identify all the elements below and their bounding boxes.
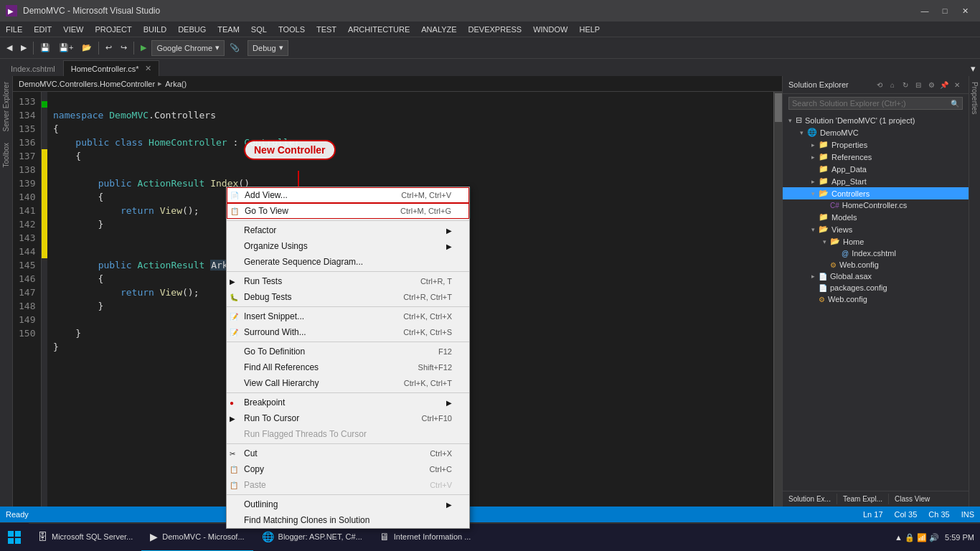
menu-edit[interactable]: EDIT (28, 22, 57, 37)
tree-index-cshtml[interactable]: @ Index.cshtml (783, 248, 969, 259)
folder-icon: 📁 (819, 164, 829, 174)
tab-index-cshtml[interactable]: Index.cshtml (3, 60, 63, 76)
toolbar-back-btn[interactable]: ◀ (3, 40, 16, 56)
ctx-run-to-cursor[interactable]: ▶ Run To Cursor Ctrl+F10 (227, 410, 469, 426)
ctx-generate-label: Generate Sequence Diagram... (244, 257, 363, 267)
toolbar-browser-dropdown[interactable]: Google Chrome ▾ (151, 40, 225, 56)
menu-devexpress[interactable]: DEVEXPRESS (463, 22, 528, 37)
toolbar: ◀ ▶ 💾 💾+ 📂 ↩ ↪ ▶ Google Chrome ▾ 📎 Debug… (0, 37, 980, 59)
toolbar-saveall-btn[interactable]: 💾+ (55, 40, 77, 56)
menu-analyze[interactable]: ANALYZE (415, 22, 462, 37)
tree-homecontroller[interactable]: C# HomeController.cs (783, 199, 969, 211)
menu-tools[interactable]: TOOLS (273, 22, 311, 37)
vertical-scrollbar[interactable] (773, 92, 782, 507)
ctx-copy[interactable]: 📋 Copy Ctrl+C (227, 461, 469, 477)
tree-references[interactable]: ▸ 📁 References (783, 151, 969, 163)
toolbar-attach-btn[interactable]: 📎 (226, 40, 243, 56)
tab-close-icon[interactable]: ✕ (145, 64, 151, 73)
tree-home[interactable]: ▾ 📂 Home (783, 235, 969, 248)
tab-dropdown-btn[interactable]: ▾ (966, 60, 980, 76)
tree-views-webconfig[interactable]: ⚙ Web.config (783, 259, 969, 270)
dropdown-arrow-icon: ▾ (215, 43, 220, 52)
menu-view[interactable]: VIEW (57, 22, 89, 37)
tree-views[interactable]: ▾ 📂 Views (783, 223, 969, 235)
menu-sql[interactable]: SQL (245, 22, 273, 37)
ctx-refactor[interactable]: Refactor ▶ (227, 222, 469, 238)
ctx-go-to-view[interactable]: 📋 Go To View Ctrl+M, Ctrl+G (227, 203, 469, 219)
menu-project[interactable]: PROJECT (89, 22, 137, 37)
ctx-breakpoint[interactable]: ● Breakpoint ▶ (227, 395, 469, 410)
ctx-generate-sequence[interactable]: Generate Sequence Diagram... (227, 254, 469, 270)
minimize-button[interactable]: — (915, 4, 934, 17)
ctx-add-view[interactable]: 📄 Add View... Ctrl+M, Ctrl+V (227, 187, 469, 203)
se-search-input[interactable] (792, 99, 951, 108)
ctx-sep-6 (227, 443, 469, 444)
toolbar-start-btn[interactable]: ▶ (137, 40, 150, 56)
ctx-cut[interactable]: ✂ Cut Ctrl+X (227, 446, 469, 461)
ctx-insert-snippet[interactable]: 📝 Insert Snippet... Ctrl+K, Ctrl+X (227, 309, 469, 324)
sql-server-icon: 🗄 (37, 531, 47, 542)
team-explorer-bottom-tab[interactable]: Team Expl... (837, 494, 889, 504)
toolbar-undo-btn[interactable]: ↩ (102, 40, 116, 56)
se-sync-btn[interactable]: ⟲ (874, 79, 885, 90)
menu-file[interactable]: FILE (0, 22, 28, 37)
ctx-breakpoint-label: Breakpoint (244, 397, 285, 408)
ctx-surround-with[interactable]: 📝 Surround With... Ctrl+K, Ctrl+S (227, 324, 469, 340)
ctx-find-all-references[interactable]: Find All References Shift+F12 (227, 359, 469, 375)
se-refresh-btn[interactable]: ↻ (900, 79, 911, 90)
toolbox-tab[interactable]: Toolbox (2, 140, 10, 170)
tree-models[interactable]: 📁 Models (783, 211, 969, 223)
tree-appstart[interactable]: ▸ 📁 App_Start (783, 175, 969, 187)
se-properties-btn[interactable]: ⚙ (925, 79, 937, 90)
menu-debug[interactable]: DEBUG (172, 22, 212, 37)
tree-globalasax[interactable]: ▸ 📄 Global.asax (783, 270, 969, 282)
server-explorer-tab[interactable]: Server Explorer (2, 79, 10, 134)
toolbar-config-dropdown[interactable]: Debug ▾ (248, 40, 288, 56)
file-icon: 📄 (819, 273, 827, 281)
ctx-debug-tests-label: Debug Tests (244, 292, 292, 302)
ctx-go-to-definition[interactable]: Go To Definition F12 (227, 344, 469, 359)
se-close-btn[interactable]: ✕ (951, 79, 963, 90)
tab-homecontroller[interactable]: HomeController.cs* ✕ (63, 60, 159, 76)
taskbar-start-button[interactable] (0, 523, 29, 551)
se-pin-btn[interactable]: 📌 (938, 79, 950, 90)
toolbar-redo-btn[interactable]: ↪ (117, 40, 131, 56)
config-dropdown-arrow: ▾ (279, 43, 283, 52)
ctx-callhier-label: View Call Hierarchy (244, 378, 319, 388)
ctx-run-tests[interactable]: ▶ Run Tests Ctrl+R, T (227, 273, 469, 289)
ctx-surround-icon: 📝 (230, 329, 238, 336)
tree-label: Properties (831, 141, 867, 149)
menu-team[interactable]: TEAM (212, 22, 245, 37)
tree-project[interactable]: ▾ 🌐 DemoMVC (783, 126, 969, 138)
ctx-find-clones[interactable]: Find Matching Clones in Solution (227, 512, 469, 528)
scrollbar-thumb[interactable] (775, 93, 782, 122)
tree-controllers[interactable]: ▾ 📂 Controllers (783, 187, 969, 199)
class-view-bottom-tab[interactable]: Class View (889, 494, 936, 504)
properties-panel-tab[interactable]: Properties (969, 76, 980, 507)
ctx-organize-usings[interactable]: Organize Usings ▶ (227, 238, 469, 254)
tree-properties[interactable]: ▸ 📁 Properties (783, 138, 969, 151)
se-home-btn[interactable]: ⌂ (887, 79, 898, 90)
tree-appdata[interactable]: 📁 App_Data (783, 163, 969, 175)
se-collapse-btn[interactable]: ⊟ (913, 79, 924, 90)
menu-help[interactable]: HELP (573, 22, 606, 37)
menu-test[interactable]: TEST (311, 22, 342, 37)
toolbar-open-btn[interactable]: 📂 (78, 40, 95, 56)
menu-architecture[interactable]: ARCHITECTURE (342, 22, 415, 37)
tree-packages-config[interactable]: 📄 packages.config (783, 282, 969, 293)
tree-webconfig[interactable]: ⚙ Web.config (783, 293, 969, 305)
taskbar-sql-server[interactable]: 🗄 Microsoft SQL Server... (29, 523, 141, 551)
restore-button[interactable]: □ (936, 4, 954, 17)
solution-explorer-bottom-tab[interactable]: Solution Ex... (783, 494, 837, 504)
ctx-view-call-hierarchy[interactable]: View Call Hierarchy Ctrl+K, Ctrl+T (227, 375, 469, 391)
tree-solution[interactable]: ▾ ⊟ Solution 'DemoMVC' (1 project) (783, 114, 969, 126)
ctx-outlining[interactable]: Outlining ▶ (227, 496, 469, 512)
toolbar-save-btn[interactable]: 💾 (37, 40, 54, 56)
menu-window[interactable]: WINDOW (527, 22, 573, 37)
toolbar-config-label: Debug (253, 44, 275, 52)
close-button[interactable]: ✕ (956, 4, 974, 17)
ctx-go-to-view-label: Go To View (245, 206, 288, 216)
toolbar-forward-btn[interactable]: ▶ (17, 40, 30, 56)
ctx-debug-tests[interactable]: 🐛 Debug Tests Ctrl+R, Ctrl+T (227, 289, 469, 305)
menu-build[interactable]: BUILD (138, 22, 172, 37)
